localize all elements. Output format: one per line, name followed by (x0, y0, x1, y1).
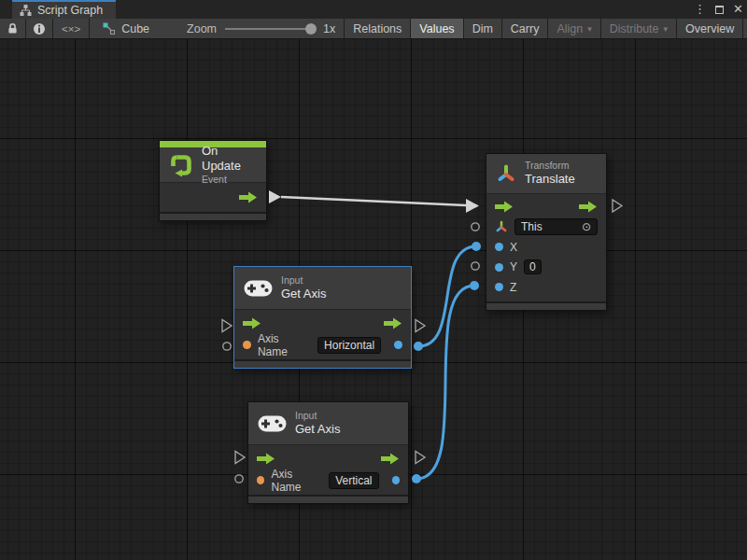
transform-icon (496, 163, 516, 184)
node-title: Get Axis (281, 287, 326, 301)
node-translate[interactable]: Transform Translate (486, 153, 607, 311)
graph-target-icon (103, 22, 115, 35)
node-footer (160, 212, 266, 220)
control-output-port[interactable] (384, 317, 402, 329)
control-output-port[interactable] (239, 191, 258, 203)
zoom-slider[interactable] (225, 28, 315, 30)
y-value-field[interactable]: 0 (524, 259, 542, 274)
result-output-port[interactable] (394, 341, 402, 349)
toolbar-main-area: Cube Zoom 1x (90, 19, 344, 38)
close-icon[interactable]: ✕ (733, 0, 743, 19)
value-toggle-button[interactable]: <×> (53, 19, 89, 38)
axis-name-label: Axis Name (258, 332, 311, 358)
control-output-port[interactable] (381, 453, 400, 465)
node-footer (248, 495, 408, 503)
tab-label: Script Graph (37, 4, 103, 17)
node-title: Translate (525, 172, 575, 187)
lock-icon (7, 22, 19, 35)
control-input-port[interactable] (257, 453, 275, 465)
node-subtitle: Event (202, 174, 257, 186)
code-toggle-icon: <×> (62, 23, 80, 35)
y-port-label: Y (510, 260, 517, 273)
node-footer (234, 359, 411, 368)
node-get-axis-horizontal[interactable]: Input Get Axis Axis Name Horizontal (233, 266, 412, 369)
carry-button[interactable]: Carry (502, 19, 548, 38)
zoom-label: Zoom (187, 22, 217, 35)
z-port-label: Z (510, 281, 516, 294)
toolbar: <×> Cube Zoom 1x Relations Values Dim C (0, 19, 747, 39)
y-input-port[interactable] (495, 263, 503, 272)
self-target-value: This (521, 220, 543, 233)
align-label: Align (557, 22, 583, 35)
transform-mini-icon[interactable] (495, 220, 508, 233)
info-icon (33, 22, 46, 35)
node-get-axis-vertical[interactable]: Input Get Axis Axis Name Vertical (247, 401, 409, 504)
x-input-port[interactable] (495, 243, 503, 251)
axis-name-label: Axis Name (271, 468, 322, 494)
result-output-port[interactable] (392, 476, 400, 484)
node-title: Get Axis (295, 422, 340, 437)
titlebar: Script Graph ⋮ ✕ (0, 0, 747, 19)
axis-name-input-port[interactable] (243, 341, 251, 349)
axis-name-input-port[interactable] (257, 476, 264, 484)
target-picker-icon[interactable]: ⊙ (582, 220, 591, 233)
maximize-icon[interactable] (715, 6, 724, 14)
relations-button[interactable]: Relations (345, 19, 410, 38)
node-category: Transform (525, 160, 575, 172)
control-input-port[interactable] (495, 201, 514, 213)
node-category: Input (281, 274, 326, 287)
gamepad-icon (258, 415, 287, 432)
x-port-label: X (510, 241, 517, 254)
control-input-port[interactable] (243, 317, 261, 329)
control-output-port[interactable] (579, 201, 598, 213)
graph-tab-icon (20, 5, 32, 16)
distribute-label: Distribute (610, 22, 659, 35)
node-title: On Update (202, 144, 257, 175)
dim-button[interactable]: Dim (464, 19, 501, 38)
zoom-value: 1x (323, 22, 335, 35)
z-input-port[interactable] (495, 283, 503, 291)
node-on-update[interactable]: On Update Event (159, 140, 267, 221)
axis-name-field[interactable]: Horizontal (317, 337, 381, 354)
window-menu-icon[interactable]: ⋮ (694, 0, 706, 19)
values-button[interactable]: Values (411, 19, 462, 38)
distribute-dropdown[interactable]: Distribute ▾ (601, 19, 676, 38)
script-graph-window: Script Graph ⋮ ✕ (0, 0, 747, 560)
self-target-field[interactable]: This ⊙ (514, 218, 598, 235)
graph-target-label[interactable]: Cube (121, 22, 149, 35)
chevron-down-icon: ▾ (664, 24, 669, 34)
node-footer (486, 301, 606, 310)
node-category: Input (295, 410, 340, 422)
lock-button[interactable] (0, 19, 25, 38)
info-button[interactable] (26, 19, 52, 38)
full-screen-button[interactable]: Full Screen (743, 19, 747, 38)
axis-name-field[interactable]: Vertical (329, 472, 378, 489)
chevron-down-icon: ▾ (587, 24, 592, 34)
zoom-slider-knob[interactable] (305, 23, 317, 35)
on-update-loop-icon (169, 153, 193, 177)
tab-script-graph[interactable]: Script Graph (12, 0, 116, 19)
gamepad-icon (244, 280, 273, 297)
align-dropdown[interactable]: Align ▾ (548, 19, 599, 38)
overview-button[interactable]: Overview (677, 19, 742, 38)
